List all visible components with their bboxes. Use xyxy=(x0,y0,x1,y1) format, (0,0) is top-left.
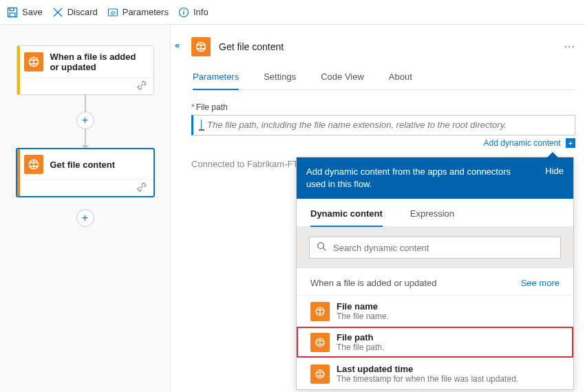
flow-connector xyxy=(85,129,86,146)
item-title: Last updated time xyxy=(337,364,518,374)
card-accent xyxy=(17,46,20,94)
group-title: When a file is added or updated xyxy=(310,278,437,288)
tab-code-view[interactable]: Code View xyxy=(321,72,364,89)
svg-point-9 xyxy=(183,9,184,10)
detail-title: Get file content xyxy=(219,41,284,52)
tab-settings[interactable]: Settings xyxy=(264,72,296,89)
see-more-link[interactable]: See more xyxy=(521,278,560,288)
item-title: File path xyxy=(337,332,384,342)
parameters-button[interactable]: @ Parameters xyxy=(107,7,169,18)
dynamic-item-file-name[interactable]: File name The file name. xyxy=(297,295,573,327)
card-accent xyxy=(17,149,20,196)
info-button[interactable]: Info xyxy=(178,7,209,18)
discard-label: Discard xyxy=(67,7,98,17)
ftp-icon xyxy=(24,52,43,72)
info-label: Info xyxy=(193,7,209,17)
more-menu-button[interactable]: ··· xyxy=(564,41,575,53)
search-box[interactable] xyxy=(309,237,561,259)
hide-button[interactable]: Hide xyxy=(545,166,564,176)
save-button[interactable]: Save xyxy=(7,7,43,18)
connection-icon xyxy=(137,182,147,195)
save-label: Save xyxy=(22,7,43,17)
file-path-label: *File path xyxy=(191,102,575,112)
ftp-icon xyxy=(310,333,330,352)
action-title: Get file content xyxy=(50,160,116,170)
item-desc: The file path. xyxy=(337,342,384,352)
svg-text:@: @ xyxy=(110,10,116,16)
add-step-button[interactable]: + xyxy=(76,111,94,129)
text-cursor xyxy=(199,121,204,131)
parameters-label: Parameters xyxy=(123,7,169,17)
tab-parameters[interactable]: Parameters xyxy=(193,72,239,90)
collapse-button[interactable]: « xyxy=(175,40,178,50)
tab-about[interactable]: About xyxy=(389,72,412,89)
ftp-icon xyxy=(310,302,330,321)
add-step-button[interactable]: + xyxy=(76,209,94,227)
plus-icon[interactable]: + xyxy=(566,138,575,148)
search-icon xyxy=(317,241,326,254)
add-dynamic-content-link[interactable]: Add dynamic content xyxy=(484,138,561,148)
trigger-title: When a file is added or updated xyxy=(50,52,147,72)
search-input[interactable] xyxy=(333,243,553,253)
item-title: File name xyxy=(337,301,389,312)
parameters-icon: @ xyxy=(107,7,118,18)
svg-rect-1 xyxy=(10,8,14,10)
dynamic-item-last-updated[interactable]: Last updated time The timestamp for when… xyxy=(297,358,573,389)
detail-tabs: Parameters Settings Code View About xyxy=(193,72,575,90)
tab-expression[interactable]: Expression xyxy=(410,208,454,226)
item-desc: The timestamp for when the file was last… xyxy=(337,374,518,384)
item-desc: The file name. xyxy=(337,312,389,321)
info-icon xyxy=(178,7,189,18)
tab-dynamic-content[interactable]: Dynamic content xyxy=(310,208,383,227)
ftp-icon xyxy=(24,155,43,174)
command-bar: Save Discard @ Parameters Info xyxy=(0,0,585,25)
flow-canvas: When a file is added or updated + xyxy=(0,25,171,392)
svg-rect-2 xyxy=(10,13,15,17)
close-icon xyxy=(52,7,63,18)
svg-point-19 xyxy=(318,243,324,249)
file-path-input[interactable]: The file path, including the file name e… xyxy=(191,115,575,135)
svg-line-20 xyxy=(323,248,326,251)
discard-button[interactable]: Discard xyxy=(52,7,98,18)
dynamic-item-file-path[interactable]: File path The file path. xyxy=(297,327,573,358)
dynamic-content-popover: Add dynamic content from the apps and co… xyxy=(296,157,574,390)
flow-connector xyxy=(85,95,86,111)
ftp-icon xyxy=(191,37,211,56)
connection-icon xyxy=(137,80,147,93)
file-path-placeholder: The file path, including the file name e… xyxy=(207,120,507,130)
ftp-icon xyxy=(310,364,330,384)
popover-caret xyxy=(547,152,558,157)
trigger-card[interactable]: When a file is added or updated xyxy=(17,45,154,95)
popover-header-text: Add dynamic content from the apps and co… xyxy=(306,166,520,190)
save-icon xyxy=(7,7,18,18)
action-card-get-file-content[interactable]: Get file content xyxy=(17,149,154,197)
